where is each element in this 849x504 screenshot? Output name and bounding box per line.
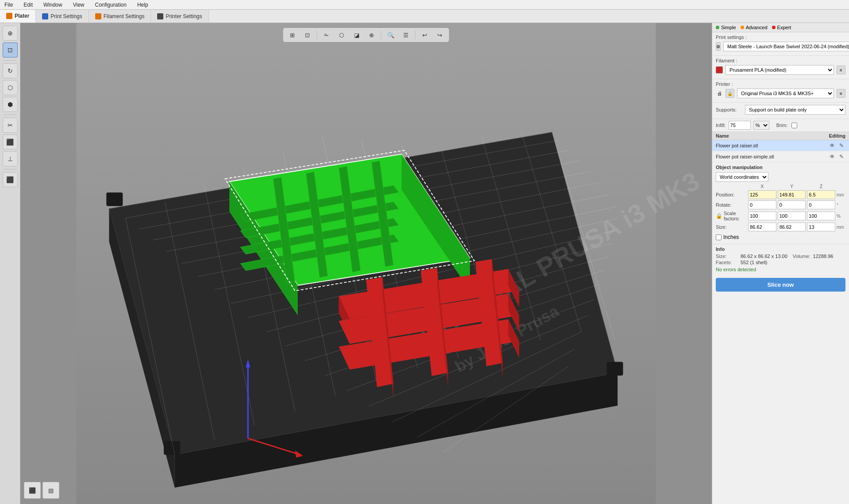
select-tool[interactable]: ⊡ [3,42,18,58]
scale-tool[interactable]: ⬡ [3,80,18,95]
brim-checkbox[interactable] [791,123,797,128]
rotate-x[interactable] [748,200,776,209]
svg-rect-4 [106,192,123,206]
simple-label: Simple [721,25,736,30]
menu-file[interactable]: File [2,1,15,9]
rotate-tool[interactable]: ↻ [3,63,18,78]
redo-btn[interactable]: ↪ [433,29,447,41]
3d-view-button[interactable]: ⬛ [24,482,41,499]
infill-unit-select[interactable]: % [753,121,769,130]
rotate-y[interactable] [778,200,806,209]
tab-print-settings[interactable]: Print Settings [36,10,89,23]
tab-printer-settings-label: Printer Settings [166,13,202,19]
coord-mode-select[interactable]: World coordinates [716,172,768,182]
split-object-btn[interactable]: ⬡ [335,29,348,41]
add-part-btn[interactable]: ⊕ [365,29,378,41]
filament-edit-btn[interactable]: ≡ [837,65,845,74]
search-btn[interactable]: 🔍 [384,29,397,41]
printer-lock-btn[interactable]: 🔒 [726,89,734,98]
paint-tool[interactable]: ⬛ [3,135,18,150]
tab-plater[interactable]: Plater [0,10,36,23]
vt-sep-1 [317,31,317,39]
menu-view[interactable]: View [70,1,87,9]
layers-btn[interactable]: ☰ [399,29,413,41]
position-unit: mm [837,192,845,197]
select-rect-btn[interactable]: ⊡ [301,29,314,41]
supports-select[interactable]: Support on build plate only [745,105,845,115]
infill-brim-row: Infill: % Brim: [712,119,849,132]
object-row-1[interactable]: Flower pot raiser-simple.stl 👁 ✎ [712,151,849,162]
scale-z[interactable] [807,212,835,220]
tab-printer-settings[interactable]: Printer Settings [151,10,208,23]
main-layout: ⊕ ⊡ ↻ ⬡ ⬢ ✂ ⬛ ⊥ ⬛ ⊞ ⊡ ✁ ⬡ ◪ ⊕ 🔍 ☰ ↩ ↪ [0,23,849,504]
info-size-key: Size: [716,254,738,259]
position-z[interactable] [807,190,835,199]
print-settings-select-row: ⚙ Matt Steele - Launch Base Swivel 2022-… [716,42,845,51]
place-tool[interactable]: ⬢ [3,97,18,112]
col-editing-header: Editing [823,133,845,139]
print-settings-select[interactable]: Matt Steele - Launch Base Swivel 2022-06… [723,42,849,51]
position-y[interactable] [778,190,806,199]
3d-view-btn[interactable]: ⬛ [3,172,18,187]
print-settings-icon-btn[interactable]: ⚙ [716,42,721,51]
size-y[interactable] [778,223,806,231]
layered-view-button[interactable]: ▤ [42,482,59,499]
print-mode-bar: Simple Advanced Expert [712,23,849,32]
size-x[interactable] [748,223,776,231]
info-section: Info Size: 86.62 x 86.62 x 13.00 Volume:… [712,244,849,274]
scale-x[interactable] [748,212,776,220]
left-toolbar: ⊕ ⊡ ↻ ⬡ ⬢ ✂ ⬛ ⊥ ⬛ [0,23,20,504]
rotate-unit: ° [837,203,845,208]
printer-settings-icon [157,13,163,19]
filament-label: Filament : [716,58,742,63]
filament-select[interactable]: Prusament PLA (modified) [726,65,834,75]
svg-rect-6 [164,441,180,455]
supports-row: Supports: Support on build plate only [716,105,845,115]
menu-help[interactable]: Help [135,1,151,9]
mode-simple[interactable]: Simple [716,25,736,30]
rotate-label: Rotate: [716,202,747,208]
split-parts-btn[interactable]: ◪ [350,29,363,41]
printer-select[interactable]: Original Prusa i3 MK3S & MK3S+ [737,88,834,98]
scale-y[interactable] [778,212,806,220]
menu-edit[interactable]: Edit [21,1,35,9]
mode-expert[interactable]: Expert [772,25,791,30]
inches-checkbox[interactable] [716,235,722,240]
menu-window[interactable]: Window [41,1,65,9]
size-z[interactable] [807,223,835,231]
info-volume-key: Volume: [793,254,810,259]
arrange-btn[interactable]: ⊞ [286,29,299,41]
infill-input[interactable] [729,121,751,130]
object-name-1: Flower pot raiser-simple.stl [716,154,827,159]
printer-label: Printer : [716,81,742,87]
slice-now-button[interactable]: Slice now [716,278,845,292]
move-tool[interactable]: ⊕ [3,26,18,41]
position-x[interactable] [748,190,776,199]
object-edit-1[interactable]: ✎ [837,153,845,161]
plater-icon [6,13,12,19]
cut-plane-btn[interactable]: ✁ [320,29,333,41]
mode-advanced[interactable]: Advanced [741,25,768,30]
tab-filament-settings[interactable]: Filament Settings [89,10,151,23]
undo-btn[interactable]: ↩ [418,29,432,41]
object-row-0[interactable]: Flower pot raiser.stl 👁 ✎ [712,140,849,151]
supports-section: Supports: Support on build plate only [712,103,849,119]
cut-tool[interactable]: ✂ [3,118,18,133]
object-visible-0[interactable]: 👁 [828,142,836,150]
size-unit: mm [837,225,845,230]
printer-edit-btn[interactable]: ≡ [837,89,845,98]
menu-configuration[interactable]: Configuration [93,1,129,9]
object-edit-0[interactable]: ✎ [837,142,845,150]
simple-dot [716,26,719,29]
size-label: Size: [716,224,747,230]
print-settings-label: Print settings : [716,35,747,40]
object-visible-1[interactable]: 👁 [828,153,836,161]
viewport[interactable]: ⊞ ⊡ ✁ ⬡ ◪ ⊕ 🔍 ☰ ↩ ↪ [20,23,712,504]
support-tool[interactable]: ⊥ [3,151,18,166]
filament-color-swatch[interactable] [716,66,723,73]
3d-scene[interactable]: ORIGINAL PRUSA i3 MK3 by Josef Prusa [20,23,712,504]
scale-lock-icon[interactable]: 🔒 [716,213,722,219]
rotate-z[interactable] [807,200,835,209]
printer-section: Printer : 🖨 🔒 Original Prusa i3 MK3S & M… [712,79,849,103]
printer-select-row: 🖨 🔒 Original Prusa i3 MK3S & MK3S+ ≡ [716,88,845,98]
